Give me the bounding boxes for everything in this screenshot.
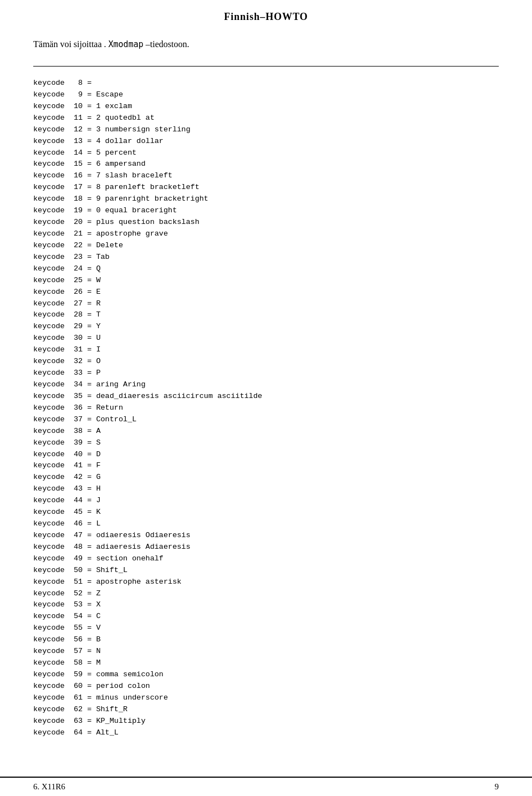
code-line: keycode 56 = B: [33, 634, 499, 646]
code-line: keycode 14 = 5 percent: [33, 147, 499, 159]
code-line: keycode 16 = 7 slash braceleft: [33, 170, 499, 182]
code-line: keycode 46 = L: [33, 518, 499, 530]
code-line: keycode 11 = 2 quotedbl at: [33, 113, 499, 124]
code-line: keycode 44 = J: [33, 495, 499, 507]
code-line: keycode 39 = S: [33, 437, 499, 449]
code-line: keycode 31 = I: [33, 344, 499, 356]
code-line: keycode 33 = P: [33, 368, 499, 379]
divider: [33, 66, 499, 67]
code-line: keycode 60 = period colon: [33, 681, 499, 692]
code-line: keycode 62 = Shift_R: [33, 704, 499, 716]
code-line: keycode 9 = Escape: [33, 89, 499, 101]
intro-text-after: –tiedostoon.: [146, 39, 190, 49]
code-line: keycode 8 =: [33, 78, 499, 89]
code-line: keycode 37 = Control_L: [33, 414, 499, 426]
code-line: keycode 20 = plus question backslash: [33, 217, 499, 228]
code-line: keycode 29 = Y: [33, 321, 499, 333]
code-line: keycode 26 = E: [33, 287, 499, 298]
code-line: keycode 41 = F: [33, 460, 499, 472]
code-line: keycode 35 = dead_diaeresis asciicircum …: [33, 391, 499, 402]
code-line: keycode 15 = 6 ampersand: [33, 159, 499, 170]
code-line: keycode 61 = minus underscore: [33, 692, 499, 704]
code-line: keycode 10 = 1 exclam: [33, 101, 499, 113]
code-line: keycode 38 = A: [33, 426, 499, 437]
intro-xmodmap: Xmodmap: [109, 39, 144, 49]
code-line: keycode 36 = Return: [33, 402, 499, 414]
code-line: keycode 53 = X: [33, 599, 499, 611]
code-line: keycode 49 = section onehalf: [33, 553, 499, 565]
code-line: keycode 54 = C: [33, 611, 499, 622]
footer-left: 6. X11R6: [33, 782, 65, 792]
page-title: Finnish–HOWTO: [0, 0, 532, 28]
code-line: keycode 34 = aring Aring: [33, 379, 499, 391]
intro-paragraph: Tämän voi sijoittaa . Xmodmap –tiedostoo…: [0, 28, 532, 55]
code-line: keycode 40 = D: [33, 449, 499, 461]
code-line: keycode 51 = apostrophe asterisk: [33, 576, 499, 588]
code-line: keycode 12 = 3 numbersign sterling: [33, 124, 499, 136]
code-line: keycode 27 = R: [33, 298, 499, 310]
code-line: keycode 32 = O: [33, 356, 499, 368]
code-line: keycode 64 = Alt_L: [33, 727, 499, 739]
code-line: keycode 19 = 0 equal braceright: [33, 205, 499, 217]
footer-right: 9: [495, 782, 499, 792]
code-line: keycode 21 = apostrophe grave: [33, 228, 499, 240]
code-line: keycode 24 = Q: [33, 263, 499, 275]
code-line: keycode 42 = G: [33, 472, 499, 483]
code-line: keycode 22 = Delete: [33, 240, 499, 252]
code-line: keycode 58 = M: [33, 657, 499, 669]
code-line: keycode 30 = U: [33, 333, 499, 344]
code-line: keycode 47 = odiaeresis Odiaeresis: [33, 530, 499, 542]
code-line: keycode 18 = 9 parenright bracketright: [33, 193, 499, 205]
code-line: keycode 48 = adiaeresis Adiaeresis: [33, 542, 499, 553]
code-line: keycode 25 = W: [33, 275, 499, 287]
code-line: keycode 57 = N: [33, 646, 499, 657]
code-line: keycode 59 = comma semicolon: [33, 669, 499, 681]
code-line: keycode 45 = K: [33, 507, 499, 518]
code-line: keycode 23 = Tab: [33, 252, 499, 263]
code-line: keycode 55 = V: [33, 622, 499, 634]
code-line: keycode 13 = 4 dollar dollar: [33, 136, 499, 147]
code-line: keycode 52 = Z: [33, 588, 499, 600]
code-line: keycode 63 = KP_Multiply: [33, 716, 499, 727]
code-line: keycode 28 = T: [33, 309, 499, 321]
footer: 6. X11R6 9: [0, 777, 532, 796]
intro-text-before: Tämän voi sijoittaa .: [33, 39, 106, 49]
code-line: keycode 17 = 8 parenleft bracketleft: [33, 182, 499, 193]
code-line: keycode 43 = H: [33, 483, 499, 495]
code-block: keycode 8 =keycode 9 = Escapekeycode 10 …: [0, 72, 532, 750]
code-line: keycode 50 = Shift_L: [33, 565, 499, 576]
